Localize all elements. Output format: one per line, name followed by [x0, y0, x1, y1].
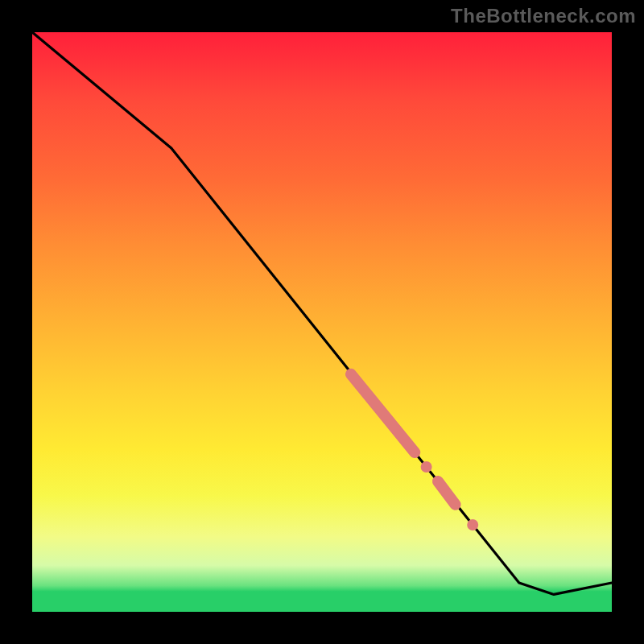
highlight-segment-1 [351, 374, 415, 452]
highlight-segment-2 [438, 481, 456, 505]
curve-markers [351, 374, 478, 530]
chart-frame: TheBottleneck.com [0, 0, 644, 644]
chart-overlay [32, 32, 612, 612]
watermark-text: TheBottleneck.com [451, 5, 636, 27]
curve-line [32, 32, 612, 594]
highlight-dot-1 [421, 461, 432, 473]
highlight-dot-2 [467, 519, 478, 530]
